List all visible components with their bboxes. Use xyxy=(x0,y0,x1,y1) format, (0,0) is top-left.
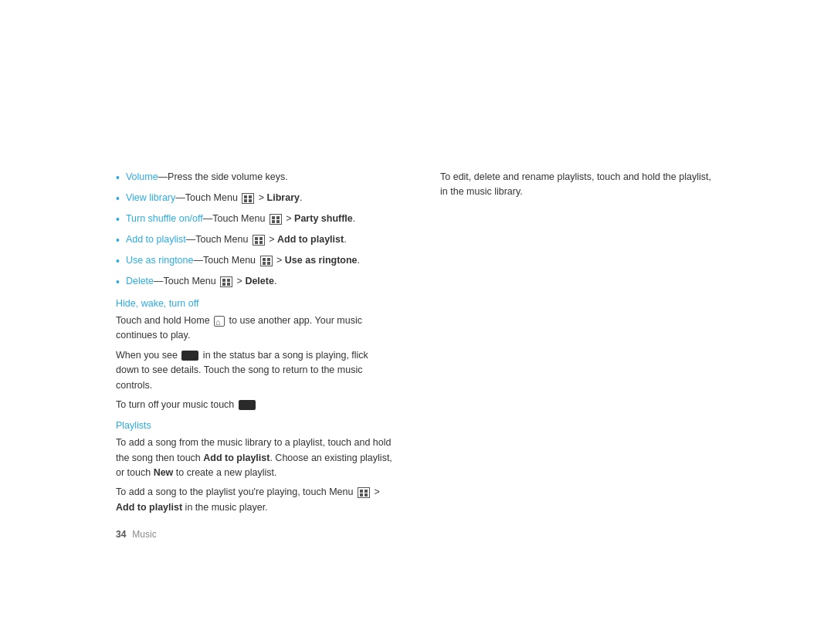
bullet-dot: • xyxy=(116,170,120,186)
list-item-view-library-text: View library—Touch Menu > Library. xyxy=(126,191,303,205)
playlists-para2: To add a song to the playlist you're pla… xyxy=(116,485,394,515)
bullet-dot: • xyxy=(116,191,120,207)
power-off-icon xyxy=(239,400,256,410)
playlists-section: Playlists To add a song from the music l… xyxy=(116,420,394,515)
list-item-volume: • Volume—Press the side volume keys. xyxy=(116,170,394,186)
library-bold: Library xyxy=(267,192,300,203)
add-playlist-link[interactable]: Add to playlist xyxy=(126,234,186,245)
bullet-dot: • xyxy=(116,253,120,269)
delete-bold: Delete xyxy=(245,276,274,286)
view-library-link[interactable]: View library xyxy=(126,192,175,203)
music-status-icon xyxy=(181,351,198,361)
list-item-use-ringtone: • Use as ringtone—Touch Menu > Use as ri… xyxy=(116,253,394,269)
right-col-text: To edit, delete and rename playlists, to… xyxy=(440,170,718,200)
bullet-list: • Volume—Press the side volume keys. • V… xyxy=(116,170,394,290)
menu-icon xyxy=(260,256,273,266)
home-icon xyxy=(214,316,225,327)
add-to-playlist-bold2: Add to playlist xyxy=(203,452,270,463)
list-item-turn-shuffle-text: Turn shuffle on/off—Touch Menu > Party s… xyxy=(126,212,355,226)
right-column: To edit, delete and rename playlists, to… xyxy=(440,170,718,540)
bullet-dot: • xyxy=(116,212,120,228)
left-column: • Volume—Press the side volume keys. • V… xyxy=(116,170,394,540)
menu-icon xyxy=(358,487,370,498)
menu-icon xyxy=(242,193,254,204)
list-item-volume-text: Volume—Press the side volume keys. xyxy=(126,170,288,185)
list-item-use-ringtone-text: Use as ringtone—Touch Menu > Use as ring… xyxy=(126,253,360,268)
menu-icon xyxy=(253,235,265,246)
bullet-dot: • xyxy=(116,274,120,290)
use-ringtone-link[interactable]: Use as ringtone xyxy=(126,255,194,266)
page-number: 34 xyxy=(116,529,126,540)
content-area: • Volume—Press the side volume keys. • V… xyxy=(116,170,718,540)
use-as-ringtone-bold: Use as ringtone xyxy=(285,255,358,266)
page-label: Music xyxy=(132,529,156,540)
menu-icon xyxy=(220,276,232,287)
hide-wake-heading: Hide, wake, turn off xyxy=(116,298,394,309)
volume-link[interactable]: Volume xyxy=(126,171,158,182)
list-item-view-library: • View library—Touch Menu > Library. xyxy=(116,191,394,207)
list-item-turn-shuffle: • Turn shuffle on/off—Touch Menu > Party… xyxy=(116,212,394,228)
add-to-playlist-bold: Add to playlist xyxy=(277,234,344,245)
delete-link[interactable]: Delete xyxy=(126,276,154,286)
hide-wake-para3: To turn off your music touch xyxy=(116,398,394,412)
list-item-delete: • Delete—Touch Menu > Delete. xyxy=(116,274,394,290)
menu-icon xyxy=(270,214,282,225)
hide-wake-para2: When you see in the status bar a song is… xyxy=(116,348,394,393)
page: • Volume—Press the side volume keys. • V… xyxy=(0,0,834,644)
list-item-delete-text: Delete—Touch Menu > Delete. xyxy=(126,274,276,289)
turn-shuffle-link[interactable]: Turn shuffle on/off xyxy=(126,213,203,224)
add-to-playlist-bold3: Add to playlist xyxy=(116,502,182,513)
list-item-add-playlist-text: Add to playlist—Touch Menu > Add to play… xyxy=(126,232,347,247)
playlists-para1: To add a song from the music library to … xyxy=(116,436,394,480)
bullet-dot: • xyxy=(116,232,120,249)
hide-wake-para1: Touch and hold Home to use another app. … xyxy=(116,314,394,344)
playlists-heading: Playlists xyxy=(116,420,394,431)
party-shuffle-bold: Party shuffle xyxy=(294,213,353,224)
list-item-add-playlist: • Add to playlist—Touch Menu > Add to pl… xyxy=(116,232,394,249)
new-bold: New xyxy=(154,467,174,478)
page-footer: 34 Music xyxy=(116,529,394,540)
hide-wake-section: Hide, wake, turn off Touch and hold Home… xyxy=(116,298,394,412)
